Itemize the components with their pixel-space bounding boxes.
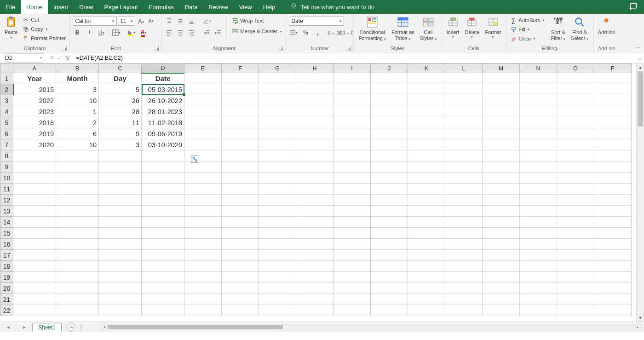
- increase-indent-icon[interactable]: [213, 28, 223, 37]
- cell-K3[interactable]: [408, 95, 445, 106]
- cell-G4[interactable]: [259, 106, 296, 117]
- cell-B21[interactable]: [56, 294, 99, 305]
- row-header-13[interactable]: 13: [0, 206, 13, 217]
- align-right-icon[interactable]: [187, 28, 196, 37]
- cell-G1[interactable]: [259, 73, 296, 84]
- cell-O7[interactable]: [557, 139, 594, 150]
- cell-O4[interactable]: [557, 106, 594, 117]
- column-header-M[interactable]: M: [483, 64, 520, 73]
- cell-J16[interactable]: [371, 239, 408, 250]
- cell-G2[interactable]: [259, 84, 296, 95]
- cell-A11[interactable]: [13, 184, 56, 195]
- row-header-12[interactable]: 12: [0, 195, 13, 206]
- cell-I8[interactable]: [334, 150, 371, 161]
- delete-cells-button[interactable]: Delete▾: [463, 15, 482, 40]
- cell-J3[interactable]: [371, 95, 408, 106]
- cell-H7[interactable]: [296, 139, 334, 150]
- cell-N2[interactable]: [520, 84, 557, 95]
- cell-D18[interactable]: [142, 261, 184, 272]
- cell-H20[interactable]: [296, 283, 334, 294]
- cell-I10[interactable]: [334, 173, 371, 184]
- cell-E11[interactable]: [184, 184, 222, 195]
- cell-K12[interactable]: [408, 195, 445, 206]
- cell-M12[interactable]: [483, 195, 520, 206]
- cell-E7[interactable]: [184, 139, 222, 150]
- cell-H11[interactable]: [296, 184, 334, 195]
- cell-E5[interactable]: [184, 117, 222, 128]
- cell-N7[interactable]: [520, 139, 557, 150]
- column-header-F[interactable]: F: [222, 64, 259, 73]
- sheet-nav-prev-icon[interactable]: ◂: [7, 324, 10, 330]
- cell-L18[interactable]: [445, 261, 483, 272]
- cell-F2[interactable]: [222, 84, 259, 95]
- autofill-options-button[interactable]: [191, 156, 198, 163]
- cell-D6[interactable]: 09-06-2019: [142, 128, 184, 139]
- cell-N13[interactable]: [520, 206, 557, 217]
- fill-color-button[interactable]: ▾: [127, 28, 136, 37]
- cell-D15[interactable]: [142, 228, 184, 239]
- cell-O12[interactable]: [557, 195, 594, 206]
- cell-C9[interactable]: [99, 161, 142, 173]
- cell-M8[interactable]: [483, 150, 520, 161]
- cell-H5[interactable]: [296, 117, 334, 128]
- column-header-J[interactable]: J: [371, 64, 408, 73]
- worksheet-grid[interactable]: ABCDEFGHIJKLMNOP1YearMonthDayDate2201535…: [0, 63, 644, 322]
- cell-K20[interactable]: [408, 283, 445, 294]
- cell-A10[interactable]: [13, 173, 56, 184]
- cell-B3[interactable]: 10: [56, 95, 99, 106]
- cell-N6[interactable]: [520, 128, 557, 139]
- cell-G11[interactable]: [259, 184, 296, 195]
- cell-P1[interactable]: [594, 73, 632, 84]
- fill-button[interactable]: Fill▾: [509, 25, 545, 34]
- underline-button[interactable]: U▾: [97, 28, 106, 37]
- font-dialog-launcher[interactable]: [154, 46, 159, 51]
- cell-L14[interactable]: [445, 217, 483, 228]
- cell-P20[interactable]: [594, 283, 632, 294]
- cell-L10[interactable]: [445, 173, 483, 184]
- cell-G9[interactable]: [259, 161, 296, 173]
- cell-K9[interactable]: [408, 161, 445, 173]
- cell-G12[interactable]: [259, 195, 296, 206]
- tab-view[interactable]: View: [234, 0, 258, 14]
- cell-H1[interactable]: [296, 73, 334, 84]
- tab-data[interactable]: Data: [179, 0, 203, 14]
- cell-A17[interactable]: [13, 250, 56, 261]
- cell-D14[interactable]: [142, 217, 184, 228]
- cell-D22[interactable]: [142, 305, 184, 316]
- new-sheet-button[interactable]: ＋: [66, 323, 75, 332]
- cell-M17[interactable]: [483, 250, 520, 261]
- tab-split-icon[interactable]: ⋮: [75, 324, 86, 330]
- cell-N1[interactable]: [520, 73, 557, 84]
- cell-K7[interactable]: [408, 139, 445, 150]
- cell-F19[interactable]: [222, 272, 259, 283]
- cell-C13[interactable]: [99, 206, 142, 217]
- cell-I6[interactable]: [334, 128, 371, 139]
- cell-J21[interactable]: [371, 294, 408, 305]
- cell-H6[interactable]: [296, 128, 334, 139]
- cell-N12[interactable]: [520, 195, 557, 206]
- tab-file[interactable]: File: [0, 0, 21, 14]
- cell-H3[interactable]: [296, 95, 334, 106]
- cell-B20[interactable]: [56, 283, 99, 294]
- cell-L22[interactable]: [445, 305, 483, 316]
- cell-B7[interactable]: 10: [56, 139, 99, 150]
- cell-B14[interactable]: [56, 217, 99, 228]
- cell-B2[interactable]: 3: [56, 84, 99, 95]
- cell-H22[interactable]: [296, 305, 334, 316]
- cell-J7[interactable]: [371, 139, 408, 150]
- cell-J19[interactable]: [371, 272, 408, 283]
- cell-K19[interactable]: [408, 272, 445, 283]
- cell-J10[interactable]: [371, 173, 408, 184]
- cell-C3[interactable]: 26: [99, 95, 142, 106]
- cell-H9[interactable]: [296, 161, 334, 173]
- cell-N9[interactable]: [520, 161, 557, 173]
- cell-A12[interactable]: [13, 195, 56, 206]
- cell-K10[interactable]: [408, 173, 445, 184]
- cell-L20[interactable]: [445, 283, 483, 294]
- cell-D9[interactable]: [142, 161, 184, 173]
- cell-M18[interactable]: [483, 261, 520, 272]
- cell-M22[interactable]: [483, 305, 520, 316]
- cell-A15[interactable]: [13, 228, 56, 239]
- enter-formula-icon[interactable]: ✓: [58, 54, 63, 61]
- format-as-table-button[interactable]: Format asTable ▾: [390, 15, 416, 42]
